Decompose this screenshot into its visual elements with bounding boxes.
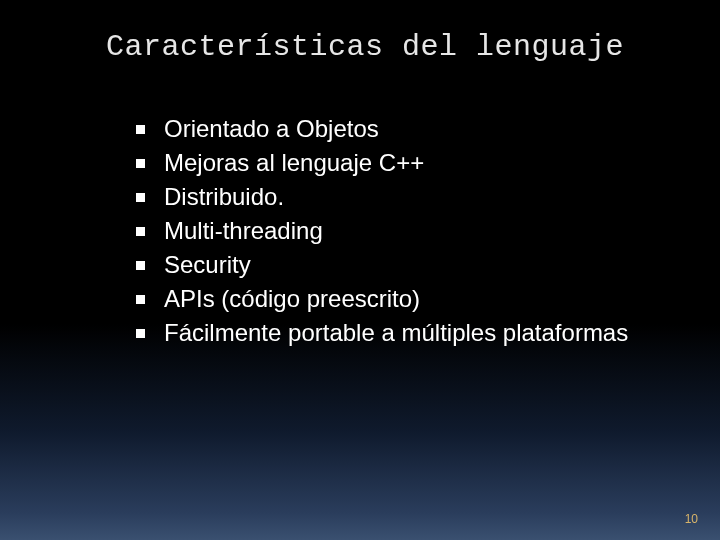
list-item: Distribuido. [134, 180, 720, 214]
list-item: Orientado a Objetos [134, 112, 720, 146]
list-item: Fácilmente portable a múltiples platafor… [134, 316, 720, 350]
slide: Características del lenguaje Orientado a… [0, 0, 720, 540]
slide-title: Características del lenguaje [0, 0, 720, 64]
page-number: 10 [685, 512, 698, 526]
list-item: Mejoras al lenguaje C++ [134, 146, 720, 180]
list-item: Security [134, 248, 720, 282]
list-item: APIs (código preescrito) [134, 282, 720, 316]
bullet-list: Orientado a Objetos Mejoras al lenguaje … [134, 112, 720, 351]
slide-content: Orientado a Objetos Mejoras al lenguaje … [0, 64, 720, 351]
list-item: Multi-threading [134, 214, 720, 248]
